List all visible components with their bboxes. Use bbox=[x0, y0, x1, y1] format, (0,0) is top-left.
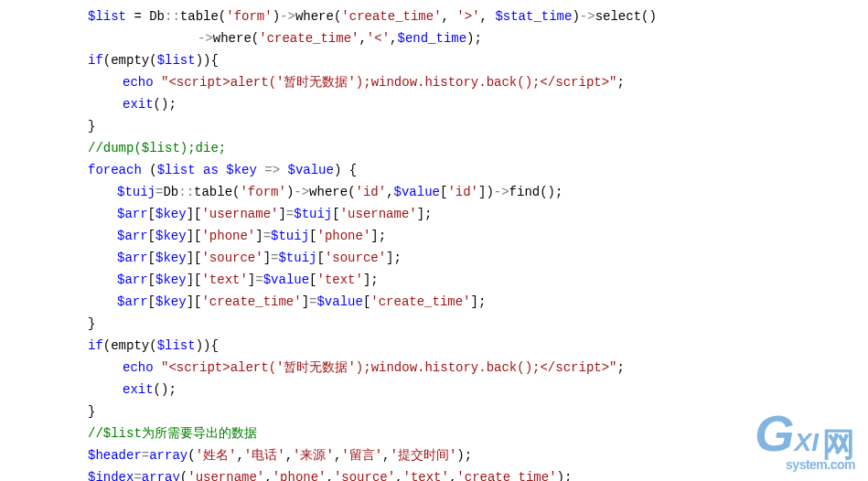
code-token: Db bbox=[163, 185, 178, 199]
code-token: '>' bbox=[456, 9, 479, 24]
code-line: //$list为所需要导出的数据 bbox=[44, 422, 868, 444]
code-token: )) bbox=[196, 53, 211, 68]
code-token: ]; bbox=[471, 294, 487, 309]
code-token: if bbox=[88, 53, 103, 68]
code-token: ] bbox=[263, 251, 271, 265]
code-line: $arr[$key]['username']=$tuij['username']… bbox=[44, 203, 868, 225]
code-token: () bbox=[641, 9, 657, 24]
code-token: 'phone' bbox=[273, 470, 327, 481]
code-token: ); bbox=[557, 470, 573, 481]
code-token: $value bbox=[316, 294, 362, 309]
code-token: 'phone' bbox=[201, 229, 255, 243]
code-token: 'username' bbox=[201, 207, 278, 221]
code-token: [ bbox=[148, 229, 155, 243]
code-token: 'form' bbox=[226, 9, 272, 24]
code-token: ]; bbox=[386, 251, 402, 265]
code-token: ] bbox=[248, 273, 255, 287]
code-token: ( bbox=[348, 185, 355, 199]
code-token: "<script>alert('暂时无数据');window.history.b… bbox=[161, 360, 616, 375]
code-token: '<' bbox=[367, 31, 390, 46]
code-line: if(empty($list)){ bbox=[44, 49, 868, 71]
code-token: -> bbox=[294, 185, 309, 199]
code-line: $index=array('username','phone','source'… bbox=[44, 466, 868, 481]
code-token: $list bbox=[157, 53, 196, 68]
code-token: '提交时间' bbox=[391, 448, 457, 463]
code-token bbox=[142, 163, 149, 177]
code-token: -> bbox=[198, 31, 213, 46]
code-line: } bbox=[44, 115, 868, 137]
code-token: [ bbox=[309, 273, 316, 287]
code-token: , bbox=[480, 9, 496, 24]
code-token: ); bbox=[466, 31, 482, 46]
code-line: $arr[$key]['create_time']=$value['create… bbox=[44, 291, 868, 313]
code-token: $value bbox=[263, 273, 309, 287]
code-token: , bbox=[395, 470, 402, 481]
code-token: = Db bbox=[126, 9, 165, 24]
code-token: 'source' bbox=[201, 251, 263, 265]
code-token: 'text' bbox=[201, 273, 247, 287]
code-line: if(empty($list)){ bbox=[44, 335, 868, 357]
code-token: ( bbox=[103, 53, 111, 68]
code-token: $key bbox=[155, 273, 187, 287]
code-token: $key bbox=[155, 294, 187, 309]
code-token: $key bbox=[155, 207, 187, 221]
code-token: [ bbox=[148, 273, 155, 287]
code-token: 'source' bbox=[325, 251, 386, 265]
code-token: array bbox=[149, 448, 188, 463]
code-token bbox=[280, 163, 287, 177]
code-token: 'create_time' bbox=[341, 9, 441, 24]
code-token: as bbox=[203, 163, 219, 177]
code-line: echo "<script>alert('暂时无数据');window.hist… bbox=[44, 357, 868, 379]
code-token: [ bbox=[148, 207, 155, 221]
code-token: (); bbox=[540, 185, 563, 199]
code-token: $list bbox=[157, 163, 196, 177]
code-token: ] bbox=[278, 207, 285, 221]
code-token: )) bbox=[196, 338, 211, 353]
code-token: , bbox=[359, 31, 366, 46]
code-token: ( bbox=[219, 9, 226, 24]
code-token: { bbox=[210, 53, 218, 68]
code-token: where bbox=[309, 185, 348, 199]
code-token: "<script>alert('暂时无数据');window.history.b… bbox=[161, 75, 616, 90]
code-token: foreach bbox=[88, 163, 142, 177]
code-token: [ bbox=[148, 251, 155, 265]
code-line: $header=array('姓名','电话','来源','留言','提交时间'… bbox=[44, 444, 868, 466]
code-token: ][ bbox=[187, 229, 202, 243]
code-token: $stat_time bbox=[495, 9, 572, 24]
code-line: } bbox=[44, 313, 868, 335]
code-token: exit bbox=[123, 97, 154, 112]
code-token: ( bbox=[149, 163, 156, 177]
code-token: $index bbox=[88, 470, 134, 481]
code-line: foreach ($list as $key => $value) { bbox=[44, 159, 868, 181]
code-token: '电话' bbox=[244, 448, 285, 463]
code-token: { bbox=[210, 338, 218, 353]
code-token: ) { bbox=[334, 163, 357, 177]
code-token: 'id' bbox=[447, 185, 478, 199]
code-token: ( bbox=[188, 448, 195, 463]
code-token: ( bbox=[252, 31, 259, 46]
code-token: -> bbox=[494, 185, 509, 199]
code-token: //$list为所需要导出的数据 bbox=[88, 426, 257, 441]
code-token: 'create_time' bbox=[259, 31, 359, 46]
code-token: } bbox=[88, 316, 95, 331]
code-token: echo bbox=[123, 360, 154, 375]
code-token: ]; bbox=[370, 229, 386, 243]
code-token: $value bbox=[394, 185, 440, 199]
code-token: [ bbox=[332, 207, 339, 221]
code-token: $arr bbox=[117, 273, 148, 287]
code-token: $tuij bbox=[294, 207, 332, 221]
code-token: = bbox=[286, 207, 294, 221]
code-token: 'create_time' bbox=[456, 470, 556, 481]
code-token: ( bbox=[103, 338, 111, 353]
code-token: $tuij bbox=[271, 229, 309, 243]
code-line: //dump($list);die; bbox=[44, 137, 868, 159]
code-token: ] bbox=[255, 229, 263, 243]
code-line: exit(); bbox=[44, 379, 868, 401]
code-line: } bbox=[44, 401, 868, 422]
code-token: 'phone' bbox=[316, 229, 370, 243]
code-token: :: bbox=[165, 9, 180, 24]
code-token: select bbox=[595, 9, 641, 24]
code-token: empty bbox=[111, 338, 149, 353]
code-token: empty bbox=[111, 53, 149, 68]
code-token: $value bbox=[288, 163, 334, 177]
